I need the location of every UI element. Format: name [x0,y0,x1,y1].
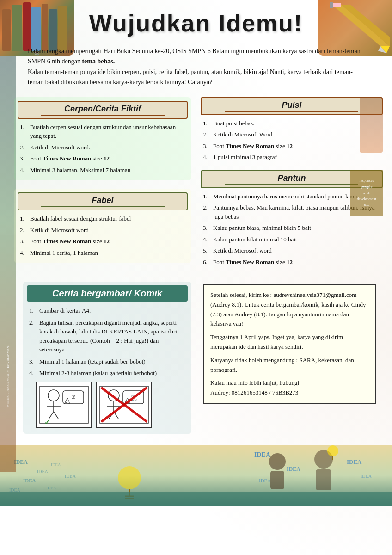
intro-text: Dalam rangka memperingati Hari Buku Sedu… [28,46,364,67]
svg-text:IDEA: IDEA [259,478,271,483]
list-item: 1.Buat puisi bebas. [203,119,380,128]
list-item: 2.Ketik di Microsoft word. [20,143,185,152]
svg-rect-67 [0,492,392,506]
svg-rect-57 [270,471,284,489]
svg-text:IDEA: IDEA [23,478,36,483]
font-label: Font Times New Roman size 12 [30,154,110,163]
svg-text:IDEA: IDEA [46,486,56,490]
svg-point-56 [269,453,286,470]
svg-text:2: 2 [72,394,75,401]
cerpen-title-banner: Cerpen/Cerita Fiktif [18,101,188,119]
svg-rect-59 [316,469,331,490]
svg-text:work: work [363,191,370,195]
list-item: 4.Minimal 3 halaman. Maksimal 7 halaman [20,166,185,175]
komik-section: Cerita bergambar/ Komik 1.Gambar di kert… [23,282,191,434]
svg-text:development: development [357,197,376,201]
puisi-deco [360,97,383,153]
left-column: Cerpen/Cerita Fiktif 1.Buatlah cerpen se… [5,95,196,278]
list-item: 3.Minimal 1 halaman (tetapi sudah ber-bo… [29,357,185,366]
fabel-underline [41,206,164,207]
svg-text:IDEA: IDEA [37,469,49,474]
komik-title-banner: Cerita bergambar/ Komik [27,285,188,302]
info-text4: Kalau mau info lebih lanjut, hubungi: [210,378,368,388]
list-item: 4.Minimal 2-3 halaman (kalau ga terlalu … [29,369,185,378]
list-item: 1.Buatlah cerpen sesuai dengan struktur … [20,123,185,141]
right-column: Puisi 1.Buat puisi bebas. 2.Ketik di Mic… [196,95,387,278]
info-text2: Tenggatnya 1 April yaps. Inget yaa, kary… [210,333,368,352]
svg-text:IDEA: IDEA [347,458,362,465]
list-item: 4.1 puisi minimal 3 paragraf [203,153,380,162]
list-item: 5.Ketik di Microsoft word [203,246,380,255]
list-item: 1.Buatlah fabel sesuai dengan struktur f… [20,214,185,223]
puisi-underline [225,111,358,112]
cerpen-underline [41,115,164,116]
bottom-section: IDEA IDEA IDEA IDEA IDEA IDEA IDEA IDEA … [0,445,392,506]
bottom-row: Cerita bergambar/ Komik 1.Gambar di kert… [0,277,392,441]
komik-column: Cerita bergambar/ Komik 1.Gambar di kert… [5,277,196,441]
komik-list: 1.Gambar di kertas A4. 2.Bagian tulisan … [27,306,188,378]
svg-text:IDEA: IDEA [51,462,61,467]
info-text3: Karyanya tidak boleh mengandung : SARA, … [210,356,368,375]
list-item: 4.Kalau pantun kilat minimal 10 bait [203,235,380,244]
svg-text:responses: responses [359,179,374,183]
pantun-underline [225,184,358,185]
intro-section: Dalam rangka memperingati Hari Buku Sedu… [0,42,392,95]
comic-examples: 2 ✓ [36,382,178,428]
cerpen-section: Cerpen/Cerita Fiktif 1.Buatlah cerpen se… [14,97,191,181]
list-item: 3.Kalau pantun biasa, minimal bikin 5 ba… [203,223,380,233]
list-item: 6.Font Times New Roman size 12 [203,258,380,267]
list-item: 1.Gambar di kertas A4. [29,306,185,315]
list-item: 4.Minimal 1 cerita, 1 halaman [20,248,185,258]
fabel-title: Fabel [92,196,113,205]
comic-example-bad: Hai juga! [96,382,152,428]
header: Wujudkan Idemu! [0,0,392,42]
list-item: 3.Font Times New Roman size 12 [203,142,380,151]
pantun-title: Pantun [278,173,306,183]
pantun-section: responses people work development live P… [201,170,383,267]
puisi-title: Puisi [282,100,301,110]
svg-text:people: people [361,184,372,189]
pantun-deco-img: responses people work development live [350,170,383,216]
content-grid: Cerpen/Cerita Fiktif 1.Buatlah cerpen se… [0,95,392,278]
puisi-title-banner: Puisi [201,97,383,115]
fabel-section: Fabel 1.Buatlah fabel sesuai dengan stru… [14,189,191,263]
info-box: Setelah selesai, kirim ke : audreyshinee… [203,284,376,404]
svg-point-52 [118,466,141,489]
svg-text:IDEA: IDEA [287,466,300,472]
fabel-title-banner: Fabel [18,192,188,210]
list-item: 3.Font Times New Roman size 12 [20,237,185,246]
list-item: 2.Ketik di Microsoft word [20,226,185,235]
comic-example-good: 2 ✓ [36,382,92,428]
komik-title: Cerita bergambar/ Komik [52,288,162,298]
info-text5: Audrey: 081261653148 / 76B3B273 [210,388,368,398]
cerpen-title: Cerpen/Cerita Fiktif [64,104,141,113]
cerpen-list: 1.Buatlah cerpen sesuai dengan struktur … [18,123,188,175]
svg-text:IDEA: IDEA [361,474,372,479]
list-item: 3.Font Times New Roman size 12 [20,154,185,163]
intro-line1: Dalam rangka memperingati Hari Buku Sedu… [28,48,361,65]
svg-text:live: live [364,204,369,207]
svg-text:IDEA: IDEA [65,474,76,479]
list-item: 2.Ketik di Microsoft Word [203,130,380,139]
intro-line2: Kalau teman-teman punya ide bikin cerpen… [28,67,364,88]
svg-point-60 [327,445,338,456]
main-title: Wujudkan Idemu! [28,9,364,37]
intro-bold: tema bebas. [82,58,115,65]
list-item: 2.Bagian tulisan percakapan diganti menj… [29,318,185,354]
page-wrapper: 📚 ENVIRONMENT WRITING LIFE COMMUNITY Wuj… [0,0,392,555]
svg-text:IDEA: IDEA [254,451,271,458]
puisi-section: Puisi 1.Buat puisi bebas. 2.Ketik di Mic… [201,97,383,162]
info-text1: Setelah selesai, kirim ke : audreyshinee… [210,290,368,329]
fabel-list: 1.Buatlah fabel sesuai dengan struktur f… [18,214,188,257]
puisi-list: 1.Buat puisi bebas. 2.Ketik di Microsoft… [201,119,383,162]
info-column: Setelah selesai, kirim ke : audreyshinee… [196,277,387,441]
svg-text:✓: ✓ [44,419,50,426]
